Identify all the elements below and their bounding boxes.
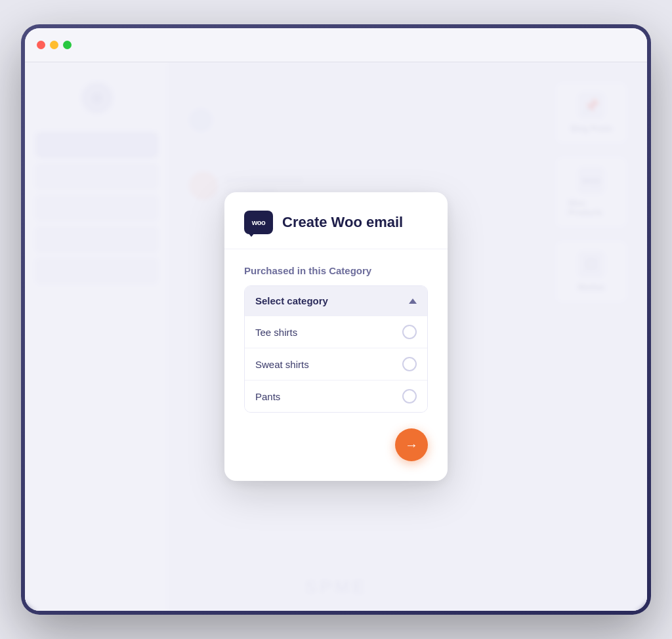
traffic-lights	[37, 41, 72, 49]
next-button[interactable]: →	[395, 428, 428, 461]
dropdown-placeholder: Select category	[255, 295, 328, 306]
browser-chrome	[25, 28, 647, 62]
option-sweat-shirts[interactable]: Sweat shirts	[245, 348, 427, 380]
woo-badge-ear	[248, 233, 255, 237]
woo-badge-text: woo	[252, 218, 266, 226]
dropdown-options: Tee shirts Sweat shirts Pants	[245, 316, 427, 412]
dropdown-header[interactable]: Select category	[245, 286, 427, 316]
category-dropdown[interactable]: Select category Tee shirts Sweat shirts	[244, 285, 428, 413]
option-sweat-shirts-radio[interactable]	[402, 357, 417, 371]
option-sweat-shirts-label: Sweat shirts	[255, 359, 309, 370]
modal-header: woo Create Woo email	[224, 192, 448, 249]
dropdown-arrow-icon	[409, 299, 417, 304]
modal-body: Purchased in this Category Select catego…	[224, 249, 448, 481]
maximize-button[interactable]	[63, 41, 72, 49]
option-pants-radio[interactable]	[402, 389, 417, 403]
modal-title: Create Woo email	[282, 214, 403, 231]
option-pants-label: Pants	[255, 391, 280, 402]
option-tee-shirts[interactable]: Tee shirts	[245, 316, 427, 348]
next-button-row: →	[244, 428, 428, 461]
browser-frame: ⊕	[21, 24, 651, 615]
next-arrow-icon: →	[405, 438, 418, 451]
option-tee-shirts-label: Tee shirts	[255, 327, 297, 338]
browser-inner: ⊕	[25, 28, 647, 611]
option-tee-shirts-radio[interactable]	[402, 325, 417, 339]
close-button[interactable]	[37, 41, 45, 49]
option-pants[interactable]: Pants	[245, 380, 427, 412]
minimize-button[interactable]	[50, 41, 58, 49]
woo-badge: woo	[244, 211, 273, 234]
browser-content: ⊕	[25, 62, 647, 611]
section-label: Purchased in this Category	[244, 265, 428, 276]
modal-card: woo Create Woo email Purchased in this C…	[224, 192, 448, 481]
